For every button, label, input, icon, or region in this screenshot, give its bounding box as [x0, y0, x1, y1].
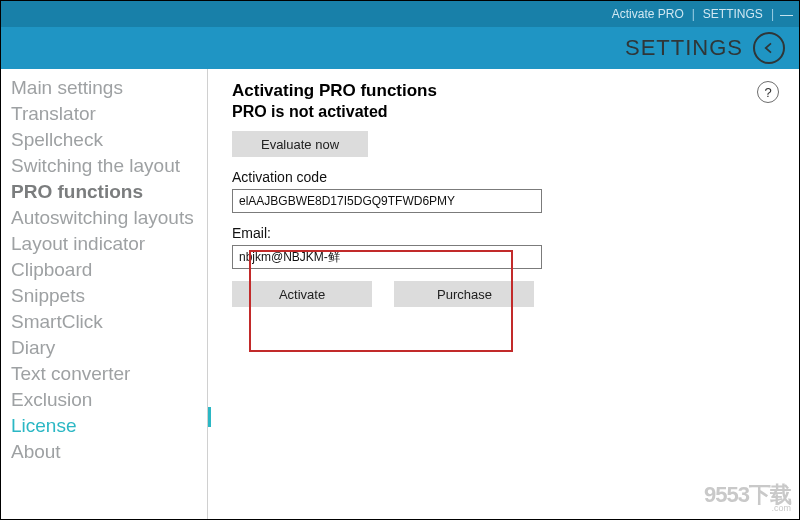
- sidebar-item-layout-indicator[interactable]: Layout indicator: [1, 231, 207, 257]
- activation-code-input[interactable]: [232, 189, 542, 213]
- separator-icon: |: [771, 7, 774, 21]
- header-bar: SETTINGS: [1, 27, 799, 69]
- purchase-button[interactable]: Purchase: [394, 281, 534, 307]
- help-button[interactable]: ?: [757, 81, 779, 103]
- settings-link[interactable]: SETTINGS: [703, 7, 763, 21]
- sidebar-item-autoswitching[interactable]: Autoswitching layouts: [1, 205, 207, 231]
- sidebar: Main settings Translator Spellcheck Swit…: [1, 69, 208, 519]
- sidebar-item-license[interactable]: License: [1, 413, 207, 439]
- sidebar-item-switching-layout[interactable]: Switching the layout: [1, 153, 207, 179]
- heading-status: PRO is not activated: [232, 103, 779, 121]
- window-top-strip: Activate PRO | SETTINGS | —: [1, 1, 799, 27]
- email-input[interactable]: [232, 245, 542, 269]
- activation-code-label: Activation code: [232, 169, 779, 185]
- sidebar-item-exclusion[interactable]: Exclusion: [1, 387, 207, 413]
- active-section-marker: [208, 407, 211, 427]
- main-split: Main settings Translator Spellcheck Swit…: [1, 69, 799, 519]
- heading-activating: Activating PRO functions: [232, 81, 779, 101]
- content-panel: ? Activating PRO functions PRO is not ac…: [208, 69, 799, 519]
- sidebar-item-smartclick[interactable]: SmartClick: [1, 309, 207, 335]
- minimize-icon[interactable]: —: [780, 7, 793, 22]
- sidebar-item-translator[interactable]: Translator: [1, 101, 207, 127]
- sidebar-item-spellcheck[interactable]: Spellcheck: [1, 127, 207, 153]
- action-row: Activate Purchase: [232, 281, 779, 307]
- sidebar-item-text-converter[interactable]: Text converter: [1, 361, 207, 387]
- sidebar-item-diary[interactable]: Diary: [1, 335, 207, 361]
- page-title: SETTINGS: [625, 35, 743, 61]
- activate-pro-link[interactable]: Activate PRO: [612, 7, 684, 21]
- separator-icon: |: [692, 7, 695, 21]
- sidebar-item-main-settings[interactable]: Main settings: [1, 75, 207, 101]
- sidebar-item-pro-functions[interactable]: PRO functions: [1, 179, 207, 205]
- back-button[interactable]: [753, 32, 785, 64]
- sidebar-item-snippets[interactable]: Snippets: [1, 283, 207, 309]
- email-label: Email:: [232, 225, 779, 241]
- sidebar-item-clipboard[interactable]: Clipboard: [1, 257, 207, 283]
- sidebar-item-about[interactable]: About: [1, 439, 207, 465]
- arrow-left-icon: [761, 40, 777, 56]
- evaluate-button[interactable]: Evaluate now: [232, 131, 368, 157]
- activate-button[interactable]: Activate: [232, 281, 372, 307]
